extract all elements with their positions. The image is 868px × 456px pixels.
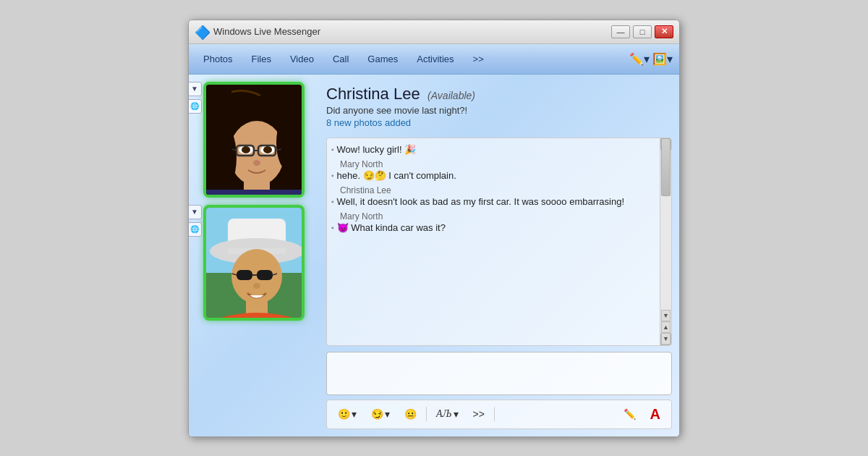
sender-name: Mary North [340,159,657,169]
pen-button[interactable]: ✏️ [617,405,642,423]
emoji-3-icon: 😐 [404,408,417,420]
svg-point-15 [253,160,260,166]
chat-scrollbar[interactable]: ▲ ▼ ▲ ▼ [660,138,671,345]
svg-rect-26 [257,270,273,280]
avatar-controls-1: ▼ 🌐 [188,82,202,114]
svg-point-30 [253,283,260,289]
chat-panel: Christina Lee (Available) Did anyone see… [319,75,679,436]
user-avatar-frame [203,205,305,321]
toolbar-separator-1 [426,407,427,421]
format-toolbar: 🙂▾ 😏▾ 😐 AЉ▾ >> ✏️ [326,400,672,429]
scroll-thumb[interactable] [661,138,671,196]
more-button[interactable]: >> [464,49,493,69]
font-button[interactable]: AЉ▾ [430,405,465,423]
window-controls: — □ ✕ [611,25,673,38]
contact-avatar-frame [203,82,305,198]
menu-toolbar: Photos Files Video Call Games Activities… [189,44,679,75]
user-avatar-container: ▼ 🌐 [203,205,305,321]
chat-message: Mary North ▪ 😈 What kinda car was it? [331,211,657,233]
font-label: AЉ [436,408,452,420]
chat-bubble: ▪ Well, it doesn't look as bad as my fir… [331,196,657,207]
scroll-down-arrow[interactable]: ▼ ▲ ▼ [660,334,671,345]
message-text: hehe. 😏🤔 I can't complain. [337,170,657,181]
font-a-icon: A [650,406,660,423]
contact-avatar-svg [206,85,305,198]
pen-icon: ✏️ [624,408,636,420]
more-label: >> [473,408,485,420]
window-title: Windows Live Messenger [213,26,611,37]
chat-area[interactable]: ▪ Wow! lucky girl! 🎉 Mary North ▪ hehe. … [326,138,672,346]
games-button[interactable]: Games [359,49,407,69]
activities-button[interactable]: Activities [408,49,462,69]
close-button[interactable]: ✕ [655,25,673,38]
minimize-button[interactable]: — [611,25,630,38]
svg-point-8 [242,146,250,153]
pen-icon[interactable]: ✏️▾ [629,48,650,69]
video-button[interactable]: Video [281,49,323,69]
contact-name: Christina Lee [326,85,420,103]
message-input[interactable] [326,352,672,395]
app-icon: 🔷 [195,25,209,39]
sender-name: Mary North [340,211,657,221]
chat-message: ▪ Wow! lucky girl! 🎉 [331,144,657,155]
files-button[interactable]: Files [242,49,279,69]
svg-point-9 [263,146,272,153]
toolbar-separator-2 [494,407,495,421]
avatar-controls-2: ▼ 🌐 [188,205,202,237]
avatar-panel: ▼ 🌐 [189,75,319,436]
emoji-button-3[interactable]: 😐 [398,405,423,423]
chat-bubble: ▪ hehe. 😏🤔 I can't complain. [331,170,657,181]
avatar-globe[interactable]: 🌐 [188,99,202,114]
main-area: ▼ 🌐 [189,75,679,436]
sender-name: Christina Lee [340,185,657,195]
user-avatar-svg [206,208,305,321]
contact-message: Did anyone see movie last night?! [326,105,672,116]
emoji-button-2[interactable]: 😏▾ [365,405,396,423]
messenger-window: 🔷 Windows Live Messenger — □ ✕ Photos Fi… [188,20,680,437]
call-button[interactable]: Call [324,49,357,69]
avatar-globe-2[interactable]: 🌐 [188,222,202,237]
photos-link[interactable]: 8 new photos added [326,117,411,128]
contact-avatar-container: ▼ 🌐 [203,82,305,198]
message-text: Well, it doesn't look as bad as my first… [337,196,657,207]
maximize-button[interactable]: □ [633,25,652,38]
message-text: Wow! lucky girl! 🎉 [337,144,657,155]
chat-bubble: ▪ Wow! lucky girl! 🎉 [331,144,657,155]
photos-button[interactable]: Photos [195,49,241,69]
message-text: 😈 What kinda car was it? [337,222,657,233]
emoji-1-icon: 🙂 [338,408,350,420]
svg-rect-5 [206,128,231,198]
title-bar: 🔷 Windows Live Messenger — □ ✕ [189,20,679,44]
svg-rect-17 [206,190,305,198]
svg-rect-25 [237,270,252,280]
avatar-scroll-up-2[interactable]: ▼ [188,205,202,219]
svg-point-4 [276,114,302,172]
more-options-button[interactable]: >> [467,405,491,423]
contact-header: Christina Lee (Available) Did anyone see… [326,85,672,129]
options-icon[interactable]: 🖼️▾ [652,48,673,69]
chat-message: Mary North ▪ hehe. 😏🤔 I can't complain. [331,159,657,181]
font-size-button[interactable]: A [644,403,667,426]
chat-bubble: ▪ 😈 What kinda car was it? [331,222,657,233]
emoji-button-1[interactable]: 🙂▾ [331,405,363,423]
avatar-scroll-up[interactable]: ▼ [188,82,202,96]
emoji-2-icon: 😏 [371,408,383,420]
contact-status: (Available) [427,90,475,101]
chat-message: Christina Lee ▪ Well, it doesn't look as… [331,185,657,207]
svg-rect-16 [244,179,270,198]
